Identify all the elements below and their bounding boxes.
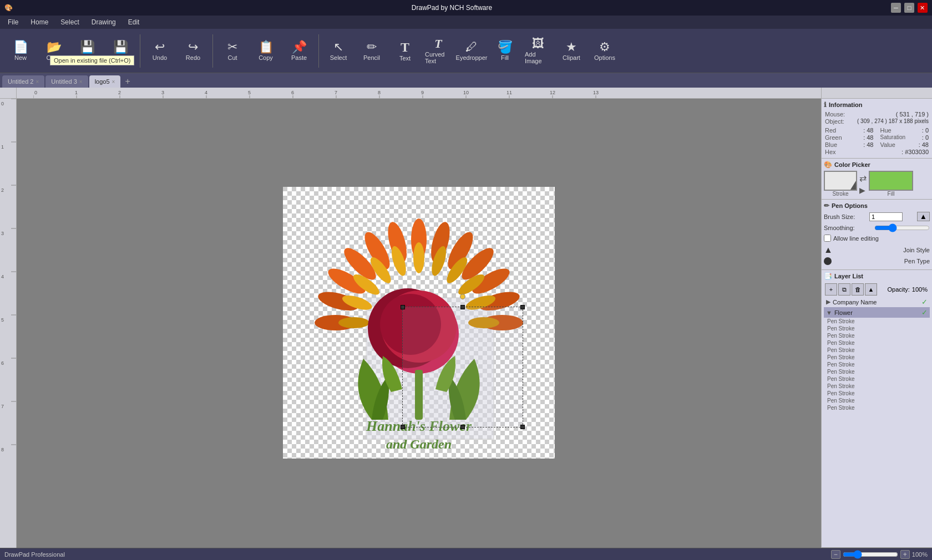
- select-label: Select: [330, 54, 347, 61]
- information-icon: ℹ: [824, 101, 827, 109]
- zoom-in-button[interactable]: +: [900, 550, 910, 559]
- zoom-out-button[interactable]: −: [831, 550, 840, 559]
- open-button[interactable]: 📂 Open: [38, 32, 70, 70]
- zoom-slider[interactable]: [843, 550, 898, 559]
- layer-list-header: 📑 Layer List: [824, 272, 930, 280]
- paste-button[interactable]: 📌 Paste: [283, 32, 315, 70]
- select-button[interactable]: ↖ Select: [322, 32, 354, 70]
- cut-button[interactable]: ✂ Cut: [216, 32, 249, 70]
- pen-stroke-9[interactable]: Pen Stroke: [824, 375, 930, 383]
- svg-text:7: 7: [1, 404, 4, 409]
- tab-untitled3-close[interactable]: ×: [79, 79, 83, 85]
- tab-untitled2[interactable]: Untitled 2 ×: [2, 75, 44, 88]
- curved-text-button[interactable]: T Curved Text: [422, 32, 454, 70]
- pen-stroke-2[interactable]: Pen Stroke: [824, 325, 930, 332]
- layer-add-button[interactable]: +: [825, 283, 837, 296]
- menu-select[interactable]: Select: [55, 17, 84, 27]
- copy-label: Copy: [259, 54, 273, 61]
- stroke-label: Stroke: [833, 191, 849, 197]
- layer-duplicate-button[interactable]: ⧉: [838, 283, 850, 296]
- toolbar: 📄 New 📂 Open 💾 Save 💾 Save As ↩ Undo ↪ R…: [0, 29, 932, 73]
- smoothing-slider[interactable]: [874, 223, 930, 232]
- pen-stroke-8[interactable]: Pen Stroke: [824, 368, 930, 375]
- zoom-controls: − + 100%: [831, 550, 928, 559]
- add-image-label: Add Image: [525, 51, 551, 64]
- svg-text:0: 0: [1, 101, 4, 106]
- svg-point-81: [380, 294, 441, 355]
- text-label: Text: [399, 55, 411, 62]
- svg-text:4: 4: [205, 90, 207, 95]
- layer-delete-button[interactable]: 🗑: [852, 283, 864, 296]
- pen-stroke-13[interactable]: Pen Stroke: [824, 404, 930, 411]
- join-style-row: ▲ Join Style: [824, 245, 930, 255]
- pen-stroke-7[interactable]: Pen Stroke: [824, 361, 930, 368]
- allow-line-editing-checkbox[interactable]: [824, 235, 831, 242]
- saturation-row: Saturation : 0: [879, 134, 930, 141]
- save-button[interactable]: 💾 Save: [71, 32, 103, 70]
- hex-label: Hex: [825, 149, 836, 155]
- brush-size-up[interactable]: ▲: [917, 212, 930, 221]
- add-image-button[interactable]: 🖼 Add Image: [522, 32, 554, 70]
- flower-expand-icon[interactable]: ▼: [826, 309, 832, 316]
- tab-untitled2-close[interactable]: ×: [36, 79, 39, 85]
- stroke-color-box[interactable]: [824, 171, 857, 191]
- pen-stroke-6[interactable]: Pen Stroke: [824, 354, 930, 361]
- company-name-check-icon[interactable]: ✓: [921, 298, 928, 306]
- stroke-dropdown-arrow[interactable]: [850, 181, 856, 190]
- pen-type-row: Pen Type: [824, 257, 930, 265]
- canvas-area[interactable]: Hannah's Flower and Garden: [17, 99, 821, 548]
- pen-stroke-10[interactable]: Pen Stroke: [824, 383, 930, 390]
- save-as-button[interactable]: 💾 Save As: [104, 32, 136, 70]
- company-name-expand-icon[interactable]: ▶: [826, 298, 830, 306]
- pen-stroke-11[interactable]: Pen Stroke: [824, 390, 930, 397]
- minimize-button[interactable]: ─: [891, 3, 901, 13]
- app-icon: 🎨: [4, 4, 13, 12]
- undo-button[interactable]: ↩ Undo: [144, 32, 176, 70]
- pen-stroke-12[interactable]: Pen Stroke: [824, 397, 930, 404]
- menu-drawing[interactable]: Drawing: [86, 17, 121, 27]
- layer-item-company-name[interactable]: ▶ Company Name ✓: [824, 297, 930, 307]
- maximize-button[interactable]: □: [904, 3, 914, 13]
- fill-color-box[interactable]: [869, 171, 913, 191]
- brush-size-input[interactable]: [869, 212, 903, 221]
- color-picker-header: 🎨 Color Picker: [824, 161, 930, 169]
- copy-button[interactable]: 📋 Copy: [250, 32, 282, 70]
- tab-logo5-close[interactable]: ×: [112, 79, 115, 85]
- canvas[interactable]: Hannah's Flower and Garden: [283, 187, 555, 459]
- layer-move-up-button[interactable]: ▲: [865, 283, 877, 296]
- menu-file[interactable]: File: [2, 17, 24, 27]
- pen-stroke-5[interactable]: Pen Stroke: [824, 347, 930, 354]
- pen-options-header: ✏ Pen Options: [824, 202, 930, 210]
- tab-untitled3[interactable]: Untitled 3 ×: [45, 75, 88, 88]
- text-button[interactable]: T Text: [389, 32, 421, 70]
- eyedropper-button[interactable]: 🖊 Eyedropper: [455, 32, 488, 70]
- clipart-button[interactable]: ★ Clipart: [555, 32, 587, 70]
- transfer-color-button[interactable]: ▶: [859, 186, 867, 195]
- pencil-button[interactable]: ✏ Pencil: [356, 32, 388, 70]
- flower-check-icon[interactable]: ✓: [921, 308, 928, 317]
- pen-type-icon: [824, 257, 832, 265]
- curved-text-label: Curved Text: [425, 51, 452, 64]
- options-button[interactable]: ⚙ Options: [589, 32, 621, 70]
- hue-value: : 0: [922, 127, 929, 134]
- value-row: Value : 48: [879, 141, 930, 148]
- pen-stroke-1[interactable]: Pen Stroke: [824, 318, 930, 325]
- redo-button[interactable]: ↪ Redo: [177, 32, 209, 70]
- new-button[interactable]: 📄 New: [4, 32, 37, 70]
- pen-stroke-4[interactable]: Pen Stroke: [824, 339, 930, 347]
- fill-button[interactable]: 🪣 Fill: [489, 32, 521, 70]
- layer-item-flower[interactable]: ▼ Flower ✓: [824, 307, 930, 318]
- hex-value: : #303030: [901, 149, 929, 155]
- pen-stroke-3[interactable]: Pen Stroke: [824, 332, 930, 339]
- svg-text:2: 2: [1, 187, 4, 193]
- tab-logo5[interactable]: logo5 ×: [89, 75, 121, 88]
- redo-label: Redo: [186, 54, 200, 61]
- svg-text:13: 13: [593, 90, 599, 95]
- close-button[interactable]: ✕: [918, 3, 928, 13]
- menu-edit[interactable]: Edit: [123, 17, 145, 27]
- tab-add-button[interactable]: +: [121, 75, 133, 88]
- svg-text:Hannah's Flower: Hannah's Flower: [366, 418, 472, 434]
- menu-home[interactable]: Home: [25, 17, 54, 27]
- pen-options-section: ✏ Pen Options Brush Size: ▲ Smoothing: A…: [822, 200, 932, 270]
- swap-colors-button[interactable]: ⇄: [859, 173, 867, 184]
